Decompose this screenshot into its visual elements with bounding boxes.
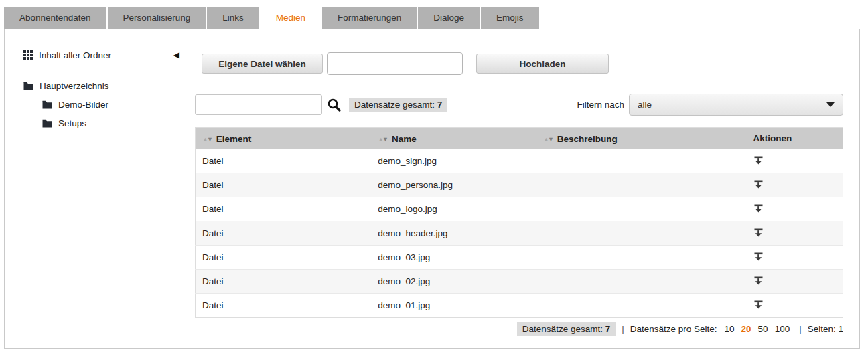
cell-description xyxy=(536,246,747,270)
pages-indicator: Seiten: 1 xyxy=(808,324,843,334)
cell-element: Datei xyxy=(196,149,372,173)
column-header-aktionen: Aktionen xyxy=(747,128,843,149)
sidebar-folder-setups[interactable]: Setups xyxy=(42,118,194,128)
folder-icon xyxy=(23,82,33,90)
cell-element: Datei xyxy=(196,173,372,197)
sidebar-root-label: Inhalt aller Ordner xyxy=(39,50,111,60)
cell-name: demo_header.jpg xyxy=(371,221,536,246)
sidebar-folder-hauptverzeichnis[interactable]: Hauptverzeichnis xyxy=(23,80,194,91)
cell-name: demo_persona.jpg xyxy=(371,173,536,197)
folder-label: Demo-Bilder xyxy=(58,100,108,110)
folder-tree: Hauptverzeichnis Demo-Bilder Setups xyxy=(23,80,194,128)
tab-medien[interactable]: Medien xyxy=(261,7,321,39)
tab-bar: AbonnentendatenPersonalisierungLinksMedi… xyxy=(4,7,539,39)
search-input[interactable] xyxy=(195,94,322,115)
folder-icon xyxy=(42,100,52,109)
table-header-row: ▲▼Element▲▼Name▲▼BeschreibungAktionen xyxy=(196,128,843,149)
sidebar-root-item[interactable]: Inhalt aller Ordner ◀ xyxy=(23,50,179,60)
cell-description xyxy=(536,270,747,294)
folder-label: Setups xyxy=(58,118,86,128)
folder-sidebar: Inhalt aller Ordner ◀ Hauptverzeichnis D… xyxy=(5,29,194,128)
upload-button[interactable]: Hochladen xyxy=(476,54,609,74)
per-page-option-100[interactable]: 100 xyxy=(775,324,790,334)
main-content: Eigene Datei wählen Hochladen Datensätze… xyxy=(195,29,843,349)
records-total-label: Datensätze gesamt: xyxy=(354,100,435,110)
cell-description xyxy=(536,197,747,221)
download-icon[interactable] xyxy=(753,276,764,286)
column-label: Element xyxy=(216,134,252,144)
cell-actions xyxy=(747,149,843,173)
cell-name: demo_01.jpg xyxy=(371,294,536,318)
sort-icons[interactable]: ▲▼ xyxy=(202,133,212,143)
footer-separator: | xyxy=(799,324,802,334)
cell-actions xyxy=(747,270,843,294)
tab-formatierungen[interactable]: Formatierungen xyxy=(322,7,417,29)
cell-name: demo_03.jpg xyxy=(371,246,536,270)
filter-dropdown-value: alle xyxy=(638,100,652,110)
filename-field[interactable] xyxy=(327,52,463,75)
cell-element: Datei xyxy=(196,197,372,221)
per-page-option-10[interactable]: 10 xyxy=(725,324,735,334)
per-page-option-50[interactable]: 50 xyxy=(758,324,768,334)
tab-emojis[interactable]: Emojis xyxy=(481,7,539,29)
column-label: Name xyxy=(392,134,417,144)
tab-dialoge[interactable]: Dialoge xyxy=(418,7,480,29)
sidebar-collapse-icon[interactable]: ◀ xyxy=(173,51,179,59)
footer-separator: | xyxy=(622,324,624,334)
sort-desc-icon[interactable]: ▼ xyxy=(207,136,212,143)
cell-actions xyxy=(747,197,843,221)
search-icon[interactable] xyxy=(327,98,342,112)
sort-asc-icon[interactable]: ▲ xyxy=(202,136,207,143)
table-row: Dateidemo_02.jpg xyxy=(196,270,843,294)
tab-abonnentendaten[interactable]: Abonnentendaten xyxy=(4,7,106,29)
cell-element: Datei xyxy=(196,294,372,318)
column-label: Beschreibung xyxy=(557,134,618,144)
table-row: Dateidemo_03.jpg xyxy=(196,246,843,270)
table-row: Dateidemo_persona.jpg xyxy=(196,173,843,197)
cell-description xyxy=(536,149,747,173)
table-body: Dateidemo_sign.jpg Dateidemo_persona.jpg… xyxy=(196,149,843,318)
records-total-badge: Datensätze gesamt: 7 xyxy=(349,98,447,112)
table-row: Dateidemo_sign.jpg xyxy=(196,149,843,173)
filter-by-label: Filtern nach xyxy=(577,100,624,110)
filter-row: Datensätze gesamt: 7 Filtern nach alle xyxy=(195,94,843,116)
download-icon[interactable] xyxy=(753,203,764,213)
per-page-option-20[interactable]: 20 xyxy=(741,324,751,334)
column-header-element[interactable]: ▲▼Element xyxy=(196,128,372,149)
sort-asc-icon[interactable]: ▲ xyxy=(543,136,548,143)
grid-icon xyxy=(23,50,33,60)
media-table: ▲▼Element▲▼Name▲▼BeschreibungAktionen Da… xyxy=(195,127,843,318)
table-row: Dateidemo_logo.jpg xyxy=(196,197,843,221)
download-icon[interactable] xyxy=(753,179,764,189)
filter-dropdown[interactable]: alle xyxy=(629,94,843,116)
table-row: Dateidemo_01.jpg xyxy=(196,294,843,318)
per-page-label: Datensätze pro Seite: xyxy=(630,324,717,334)
download-icon[interactable] xyxy=(753,155,764,165)
download-icon[interactable] xyxy=(753,252,764,262)
download-icon[interactable] xyxy=(753,228,764,238)
per-page-options: 102050100 xyxy=(721,324,794,334)
folder-label: Hauptverzeichnis xyxy=(40,81,109,91)
download-icon[interactable] xyxy=(753,300,764,310)
sort-desc-icon[interactable]: ▼ xyxy=(382,136,387,143)
sort-desc-icon[interactable]: ▼ xyxy=(548,136,553,143)
cell-element: Datei xyxy=(196,246,372,270)
tab-links[interactable]: Links xyxy=(207,7,259,29)
choose-file-button[interactable]: Eigene Datei wählen xyxy=(202,54,323,74)
sidebar-folder-demo-bilder[interactable]: Demo-Bilder xyxy=(42,99,194,110)
cell-name: demo_logo.jpg xyxy=(371,197,536,221)
footer-records-label: Datensätze gesamt: xyxy=(522,324,603,334)
upload-row: Eigene Datei wählen Hochladen xyxy=(202,52,609,75)
sort-icons[interactable]: ▲▼ xyxy=(378,133,387,143)
pages-label: Seiten: xyxy=(808,324,836,334)
records-total-value: 7 xyxy=(437,100,443,110)
content-panel: Inhalt aller Ordner ◀ Hauptverzeichnis D… xyxy=(4,29,860,349)
column-header-beschreibung[interactable]: ▲▼Beschreibung xyxy=(536,128,747,149)
tab-personalisierung[interactable]: Personalisierung xyxy=(108,7,206,29)
column-header-name[interactable]: ▲▼Name xyxy=(371,128,536,149)
cell-description xyxy=(536,173,747,197)
pagination-footer: Datensätze gesamt: 7 | Datensätze pro Se… xyxy=(517,322,843,336)
sort-icons[interactable]: ▲▼ xyxy=(543,133,553,143)
column-label: Aktionen xyxy=(753,133,792,143)
cell-element: Datei xyxy=(196,221,372,246)
